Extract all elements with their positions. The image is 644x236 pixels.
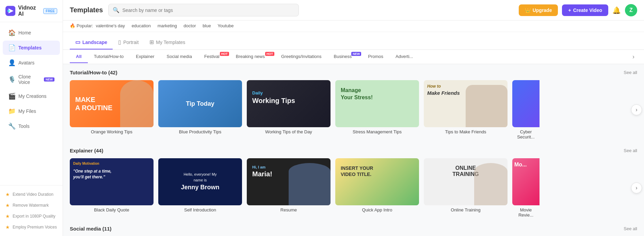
logo-text: Vidnoz AI: [18, 5, 41, 17]
card-label-stress-mgmt: Stress Management Tips: [335, 129, 419, 134]
filter-explainer[interactable]: Explainer: [130, 50, 160, 63]
notification-button[interactable]: 🔔: [612, 6, 621, 14]
tag-youtube[interactable]: Youtube: [218, 23, 234, 28]
create-label: Create Video: [573, 8, 602, 13]
premium-voices-label: Employ Premium Voices: [13, 225, 57, 230]
card-black-daily[interactable]: Daily Motivation "One step at a time,you…: [70, 158, 154, 218]
header: Templates 🔍 👑 Upgrade + Create Video 🔔 Z: [63, 0, 644, 20]
explainer-row-next-button[interactable]: ›: [631, 182, 642, 193]
card-label-self-intro: Self Introduction: [158, 207, 242, 212]
svg-point-2: [7, 10, 10, 12]
star-icon-1: ★: [5, 192, 10, 197]
card-label-working-tips-day: Working Tips of the Day: [247, 129, 331, 134]
sidebar-item-label: My Creations: [18, 93, 46, 99]
star-icon-2: ★: [5, 203, 10, 208]
see-all-social[interactable]: See all: [624, 226, 637, 231]
tutorial-cards-row: MAKEA ROUTINE Orange Working Tips Tip To…: [70, 80, 637, 139]
see-all-explainer[interactable]: See all: [624, 148, 637, 153]
see-all-tutorial[interactable]: See all: [624, 70, 637, 75]
filter-social[interactable]: Social media: [160, 50, 198, 63]
filter-promos[interactable]: Promos: [362, 50, 389, 63]
sidebar-item-label: Templates: [18, 45, 42, 50]
my-files-icon: 📁: [8, 107, 15, 115]
tag-education[interactable]: education: [132, 23, 151, 28]
upgrade-icon: 👑: [525, 8, 531, 13]
tag-marketing[interactable]: marketing: [158, 23, 177, 28]
filter-bar: All Tutorial/How-to Explainer Social med…: [63, 50, 644, 64]
filter-social-label: Social media: [166, 54, 192, 59]
remove-watermark-item[interactable]: ★ Remove Watermark: [0, 200, 63, 211]
card-thumb-online-training: ONLINETRAINING: [424, 158, 508, 205]
upgrade-label: Upgrade: [533, 8, 552, 13]
filter-business-label: Business: [334, 54, 352, 59]
premium-voices-item[interactable]: ★ Employ Premium Voices: [0, 222, 63, 233]
card-resume[interactable]: Hi, I am Maria! Resume: [247, 158, 331, 218]
export-1080p-item[interactable]: ★ Export in 1080P Quality: [0, 211, 63, 222]
section-social-title: Social media (11): [70, 226, 112, 232]
card-orange-working[interactable]: MAKEA ROUTINE Orange Working Tips: [70, 80, 154, 139]
card-stress-mgmt[interactable]: ManageYour Stress! Stress Management Tip…: [335, 80, 419, 139]
tag-doctor[interactable]: doctor: [183, 23, 196, 28]
section-social-header: Social media (11) See all: [70, 226, 637, 232]
vidnoz-logo-icon: [5, 5, 15, 16]
sidebar-item-my-creations[interactable]: 🎬 My Creations: [3, 89, 60, 103]
sidebar-item-avatars[interactable]: 👤 Avatars: [3, 56, 60, 70]
filter-business[interactable]: Business NEW: [328, 50, 362, 63]
card-movie-review[interactable]: Mo... Movie Revie...: [512, 158, 540, 218]
sidebar-item-clone-voice[interactable]: 🎙️ Clone Voice NEW: [3, 71, 60, 88]
my-templates-tab-icon: ⊞: [149, 39, 154, 45]
card-self-intro[interactable]: Hello, everyone! My name isJenny Brown S…: [158, 158, 242, 218]
card-label-quick-app: Quick App Intro: [335, 207, 419, 212]
create-video-button[interactable]: + Create Video: [562, 4, 608, 16]
card-online-training[interactable]: ONLINETRAINING Online Training: [424, 158, 508, 218]
filter-promos-label: Promos: [368, 54, 383, 59]
filter-greetings[interactable]: Greetings/Invitations: [275, 50, 328, 63]
avatars-icon: 👤: [8, 59, 15, 67]
card-make-friends[interactable]: How toMake Friends Tips to Make Friends: [424, 80, 508, 139]
card-label-movie-review: Movie Revie...: [512, 207, 540, 218]
popular-bar: 🔥 Popular: valentine's day education mar…: [63, 20, 644, 32]
sidebar-logo: Vidnoz AI FREE: [0, 0, 63, 22]
tab-portrait[interactable]: ▯ Portrait: [113, 36, 144, 49]
new-badge: NEW: [44, 77, 54, 82]
filter-tutorial[interactable]: Tutorial/How-to: [88, 50, 130, 63]
tutorial-row-next-button[interactable]: ›: [631, 104, 642, 115]
portrait-tab-icon: ▯: [118, 39, 121, 45]
sidebar-item-home[interactable]: 🏠 Home: [3, 26, 60, 40]
remove-watermark-label: Remove Watermark: [13, 203, 49, 208]
card-blue-productivity[interactable]: Tip Today Blue Productivity Tips: [158, 80, 242, 139]
extend-video-item[interactable]: ★ Extend Video Duration: [0, 189, 63, 200]
tag-blue[interactable]: blue: [203, 23, 211, 28]
filter-advertising-label: Adverti...: [396, 54, 413, 59]
card-quick-app[interactable]: INSERT YOURVIDEO TITLE. Quick App Intro: [335, 158, 419, 218]
page-title: Templates: [70, 6, 103, 14]
tag-valentines[interactable]: valentine's day: [96, 23, 125, 28]
popular-text: Popular:: [77, 23, 93, 28]
upgrade-button[interactable]: 👑 Upgrade: [519, 4, 558, 16]
search-bar[interactable]: 🔍: [108, 4, 299, 16]
filter-festival[interactable]: Festival HOT: [198, 50, 230, 63]
filter-all[interactable]: All: [70, 50, 88, 63]
filter-greetings-label: Greetings/Invitations: [281, 54, 322, 59]
popular-label: 🔥 Popular:: [70, 23, 93, 28]
search-icon: 🔍: [113, 7, 119, 13]
card-thumb-quick-app: INSERT YOURVIDEO TITLE.: [335, 158, 419, 205]
filter-advertising[interactable]: Adverti...: [389, 50, 419, 63]
card-thumb-cyber-security: [512, 80, 540, 127]
filter-next-button[interactable]: ›: [630, 50, 637, 64]
tab-my-templates[interactable]: ⊞ My Templates: [144, 36, 191, 49]
sidebar-item-my-files[interactable]: 📁 My Files: [3, 104, 60, 118]
card-cyber-security[interactable]: Cyber Securit...: [512, 80, 540, 139]
sidebar-item-templates[interactable]: 📄 Templates: [3, 41, 60, 55]
star-icon-4: ★: [5, 224, 10, 230]
user-avatar[interactable]: Z: [625, 4, 637, 16]
card-thumb-stress-mgmt: ManageYour Stress!: [335, 80, 419, 127]
app-container: Vidnoz AI FREE 🏠 Home 📄 Templates 👤 Avat…: [0, 0, 644, 236]
tab-landscape[interactable]: ▭ Landscape: [70, 36, 113, 49]
search-input[interactable]: [122, 8, 294, 13]
tab-label: My Templates: [156, 40, 185, 45]
explainer-cards-row: Daily Motivation "One step at a time,you…: [70, 158, 637, 218]
filter-breaking[interactable]: Breaking news HOT: [230, 50, 275, 63]
card-working-tips-day[interactable]: DailyWorking Tips Working Tips of the Da…: [247, 80, 331, 139]
sidebar-item-tools[interactable]: 🔧 Tools: [3, 119, 60, 133]
